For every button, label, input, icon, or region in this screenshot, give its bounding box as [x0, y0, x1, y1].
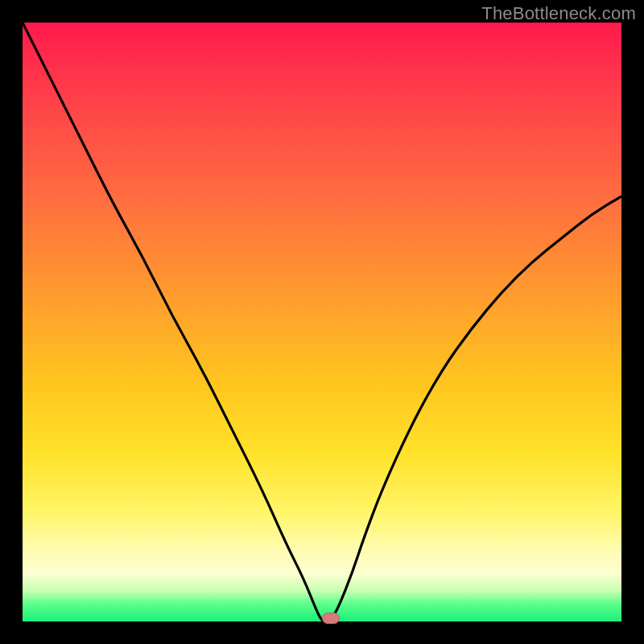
watermark-text: TheBottleneck.com	[481, 3, 636, 24]
plot-area	[23, 23, 621, 621]
bottleneck-curve	[23, 23, 621, 621]
optimal-point-marker	[322, 613, 340, 624]
chart-frame: TheBottleneck.com	[0, 0, 644, 644]
